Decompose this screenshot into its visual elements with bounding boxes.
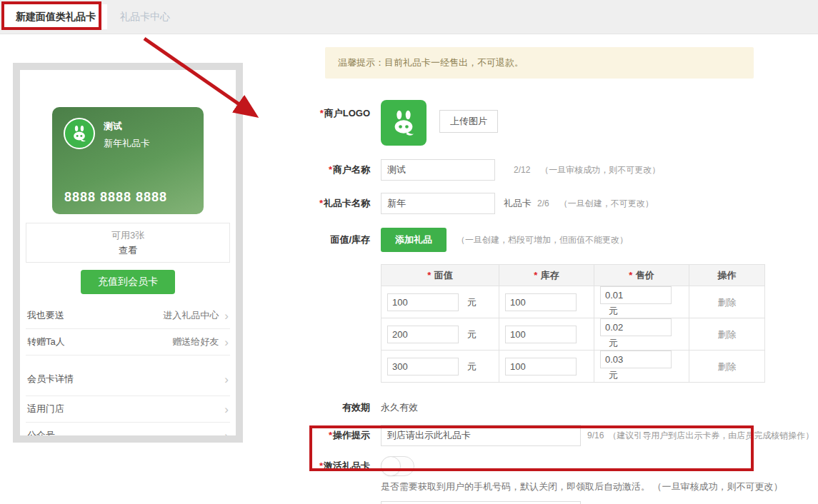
delete-link[interactable]: 删除 [718, 297, 737, 308]
card-merchant-name: 测试 [104, 120, 122, 133]
face-value-input[interactable] [387, 326, 459, 343]
tab-gift-card-center[interactable]: 礼品卡中心 [107, 0, 183, 34]
card-preview-screen: 测试 新年礼品卡 8888 8888 8888 可用3张 查看 充值到会员卡 我… [20, 70, 236, 435]
view-link[interactable]: 查看 [26, 243, 229, 258]
chevron-right-icon: › [224, 310, 229, 322]
validity-value: 永久有效 [381, 401, 418, 414]
list-item-send-too[interactable]: 我也要送 进入礼品中心 › [26, 303, 230, 329]
list-item-official-account[interactable]: 公众号 › [26, 423, 230, 435]
stock-input[interactable] [505, 326, 577, 343]
merchant-logo-image [381, 100, 427, 146]
mascot-icon [69, 124, 89, 143]
validity-label: 有效期 [314, 401, 370, 414]
operation-tip-input[interactable] [381, 425, 581, 446]
merchant-logo-label: 商户LOGO [324, 108, 370, 119]
card-name-label: 礼品卡名称 [324, 198, 370, 208]
merchant-phone-input[interactable] [381, 501, 581, 504]
list-item-action: 进入礼品中心 [163, 309, 219, 322]
list-item-member-card-detail[interactable]: 会员卡详情 › [26, 363, 230, 396]
face-value-input[interactable] [387, 293, 459, 311]
add-gift-button[interactable]: 添加礼品 [381, 228, 447, 252]
price-input[interactable] [600, 318, 672, 336]
available-count-box: 可用3张 查看 [26, 223, 230, 263]
price-input[interactable] [600, 286, 672, 304]
merchant-name-row: *商户名称 2/12 （一旦审核成功，则不可更改） [314, 159, 818, 181]
stock-input[interactable] [505, 293, 577, 311]
list-group-gap [20, 356, 236, 363]
activate-card-label: 激活礼品卡 [324, 460, 370, 471]
tab-bar: 新建面值类礼品卡 礼品卡中心 [0, 0, 818, 34]
operation-tip-counter: 9/16 [587, 430, 604, 440]
list-item-action: 赠送给好友 [172, 336, 219, 348]
denomination-hint: （一旦创建，档段可增加，但面值不能更改） [457, 234, 628, 246]
page: 新建面值类礼品卡 礼品卡中心 测试 新年礼品卡 8888 [0, 0, 818, 504]
card-name-row: *礼品卡名称 礼品卡 2/6 （一旦创建，不可更改） [314, 193, 818, 214]
merchant-name-input[interactable] [381, 159, 495, 181]
list-item-gift-to-other[interactable]: 转赠Ta人 赠送给好友 › [26, 329, 230, 356]
notice-banner: 温馨提示：目前礼品卡一经售出，不可退款。 [325, 47, 754, 79]
list-item-applicable-stores[interactable]: 适用门店 › [26, 396, 230, 423]
price-input[interactable] [600, 351, 672, 368]
denomination-label: 面值/库存 [314, 233, 370, 246]
table-row: 元 元 删除 [381, 286, 765, 318]
stock-input[interactable] [505, 358, 577, 376]
header-face-value: 面值 [434, 270, 453, 281]
chevron-right-icon: › [224, 336, 229, 348]
face-value-input[interactable] [387, 358, 459, 376]
activate-toggle[interactable] [381, 456, 414, 476]
required-asterisk: * [319, 198, 323, 208]
unit-yuan: 元 [609, 370, 618, 380]
card-name-hint: （一旦创建，不可更改） [559, 198, 654, 210]
toggle-knob-icon [381, 456, 401, 476]
operation-tip-label: 操作提示 [333, 430, 370, 440]
gift-card-form: 温馨提示：目前礼品卡一经售出，不可退款。 *商户LOGO 上传图片 *商户名称 … [314, 47, 818, 504]
tab-new-value-gift-card[interactable]: 新建面值类礼品卡 [4, 4, 107, 29]
unit-yuan: 元 [609, 338, 618, 348]
chevron-right-icon: › [224, 430, 229, 436]
delete-link[interactable]: 删除 [718, 329, 737, 340]
denomination-row: 面值/库存 添加礼品 （一旦创建，档段可增加，但面值不能更改） [314, 228, 818, 252]
merchant-logo-badge-icon [64, 118, 95, 149]
delete-link[interactable]: 删除 [718, 361, 737, 372]
card-name-input[interactable] [381, 193, 495, 214]
merchant-logo-row: *商户LOGO 上传图片 [314, 100, 818, 146]
required-asterisk: * [329, 164, 332, 175]
header-operation: 操作 [718, 270, 737, 281]
mascot-icon [388, 107, 419, 138]
header-stock: 库存 [541, 270, 559, 281]
gift-card-preview: 测试 新年礼品卡 8888 8888 8888 [52, 107, 204, 214]
merchant-phone-row: 商户电话 [314, 501, 818, 504]
chevron-right-icon: › [224, 373, 229, 385]
card-action-list: 我也要送 进入礼品中心 › 转赠Ta人 赠送给好友 › 会员卡详情 [20, 303, 236, 435]
upload-image-button[interactable]: 上传图片 [439, 110, 498, 133]
recharge-to-member-card-button[interactable]: 充值到会员卡 [81, 270, 175, 294]
unit-yuan: 元 [467, 361, 477, 372]
activate-card-row: *激活礼品卡 是否需要获取到用户的手机号码，默认关闭，即领取后自动激活。 （一旦… [314, 456, 818, 493]
card-name-counter: 2/6 [537, 198, 549, 208]
unit-yuan: 元 [609, 306, 618, 316]
table-row: 元 元 删除 [381, 318, 765, 351]
card-number: 8888 8888 8888 [64, 190, 167, 205]
unit-yuan: 元 [467, 329, 477, 340]
card-title: 新年礼品卡 [104, 137, 150, 150]
chevron-right-icon: › [224, 403, 229, 415]
table-row: 元 元 删除 [381, 351, 765, 383]
available-count: 可用3张 [26, 228, 229, 243]
operation-tip-hint: （建议引导用户到店出示卡券，由店员完成核销操作） [608, 430, 814, 442]
merchant-name-label: 商户名称 [333, 164, 370, 175]
validity-row: 有效期 永久有效 [314, 401, 818, 414]
header-price: 售价 [636, 270, 654, 281]
required-asterisk: * [320, 108, 324, 119]
merchant-name-counter: 2/12 [514, 165, 530, 175]
activate-card-description: 是否需要获取到用户的手机号码，默认关闭，即领取后自动激活。 （一旦审核成功，则不… [381, 480, 818, 493]
table-header-row: * 面值 * 库存 * 售价 操作 [381, 265, 765, 286]
denomination-table: * 面值 * 库存 * 售价 操作 元 元 删除 元 [381, 264, 765, 383]
operation-tip-row: *操作提示 9/16 （建议引导用户到店出示卡券，由店员完成核销操作） [314, 425, 818, 446]
required-asterisk: * [329, 430, 332, 440]
card-preview-panel: 测试 新年礼品卡 8888 8888 8888 可用3张 查看 充值到会员卡 我… [13, 63, 243, 443]
required-asterisk: * [319, 460, 323, 471]
card-name-suffix: 礼品卡 [504, 197, 532, 210]
unit-yuan: 元 [467, 297, 477, 308]
merchant-name-hint: （一旦审核成功，则不可更改） [540, 164, 660, 176]
